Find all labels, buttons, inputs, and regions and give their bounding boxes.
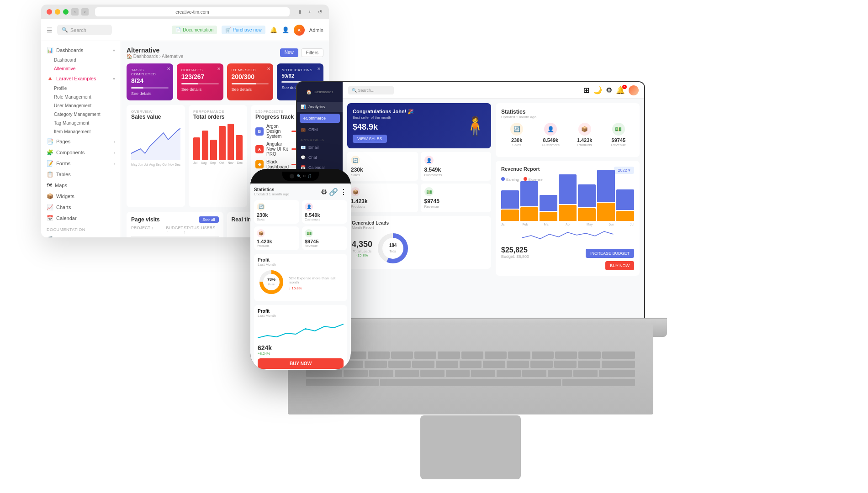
phone-more-icon[interactable]: ⋮ [340,188,347,196]
getting-started-icon: 🎵 [47,236,53,237]
sidebar-item-widgets[interactable]: 📦 Widgets [41,191,121,202]
items-link[interactable]: See details [232,87,269,92]
laptop-settings-icon[interactable]: ⚙ [606,86,612,94]
laptop-sidebar-chat[interactable]: 💬 Chat [297,152,343,163]
maximize-dot[interactable] [63,9,69,15]
year-select[interactable]: 2022 ▾ [614,167,634,174]
sidebar-item-tag[interactable]: Tag Management [41,119,121,127]
sidebar-section-laravel[interactable]: 🔺 Laravel Examples ▾ [41,73,121,84]
col-project: Project ↑ [131,226,166,235]
increase-budget-button[interactable]: INCREASE BUDGET [586,249,634,258]
phone-header-icons: ⚙ 🔗 ⋮ [321,188,347,196]
sidebar-item-item[interactable]: Item Management [41,127,121,136]
contacts-link[interactable]: See details [181,87,219,92]
phone-share-icon[interactable]: 🔗 [329,188,338,196]
settings-icon[interactable]: 👤 [282,26,289,33]
sidebar-item-pages[interactable]: 📑 Pages › [41,136,121,147]
laptop-app-header: 🔍 Search... ⊞ 🌙 ⚙ 🔔5 [343,82,644,99]
sidebar-item-user[interactable]: User Management [41,101,121,110]
donut-chart: 184 Total [377,232,409,264]
notif-value: 50/62 [281,73,319,79]
documentation-button[interactable]: 📄 Documentation [172,26,217,34]
laptop-notification-icon[interactable]: 🔔5 [616,86,625,94]
laptop-moon-icon[interactable]: 🌙 [593,86,602,94]
laptop-stats-grid: 🔄 230k Sales 👤 8.549k Customers 📦 [347,152,491,212]
phone-stat-products: 📦 1.423k Products [254,226,299,250]
logo-icon: 🏠 [306,89,312,94]
sidebar-item-role[interactable]: Role Management [41,93,121,101]
buy-now-button[interactable]: BUY NOW [605,261,634,270]
expand-icon: ▾ [113,48,115,53]
phone-buy-button[interactable]: BUY NOW [258,358,344,369]
forward-icon[interactable]: › [81,8,89,16]
phone-revenue-val: $9745 [305,239,344,244]
tasks-link[interactable]: See details [131,91,169,96]
sidebar-item-calendar[interactable]: 📅 Calendar [41,213,121,224]
sidebar-item-alternative[interactable]: Alternative [41,64,121,73]
col-budget: Budget ↑ [166,226,184,235]
breadcrumb: 🏠 Dashboards › Alternative [127,54,183,59]
phone-products-label: Products [257,244,296,247]
calendar-icon: 📅 [47,215,53,221]
stat-card-contacts: ✕ Contacts 123/267 See details [177,63,223,100]
notification-icon[interactable]: 🔔 [270,26,277,33]
revenue-stat-icon: 💵 [424,187,434,196]
laptop-search-box[interactable]: 🔍 Search... [348,86,394,94]
laptop-sidebar-analytics[interactable]: 📊 Analytics [297,102,343,112]
url-bar[interactable]: creative-tim.com [95,7,290,16]
laptop-trackpad[interactable] [420,415,521,479]
phone-donut-chart: 78% Profit [258,268,285,296]
sidebar-item-forms[interactable]: 📝 Forms › [41,158,121,169]
laptop-sidebar-ecommerce[interactable]: eCommerce [300,114,340,123]
phone-profit-sub: Last Month [258,262,276,267]
phone-profit-header: Profit Last Month [258,257,344,267]
col-status: Status ↑ [184,226,201,235]
box-products-icon: 📦 [578,123,591,136]
sidebar-item-category[interactable]: Category Management [41,110,121,119]
phone-settings-icon[interactable]: ⚙ [321,188,327,196]
laptop-grid-icon[interactable]: ⊞ [583,86,589,94]
laptop-sidebar-crm[interactable]: 💼 CRM [297,125,343,135]
add-tab-icon[interactable]: + [306,8,313,16]
filters-button[interactable]: Filters [301,48,323,57]
laptop-stat-box-customers: 👤 8.549k Customers [535,123,566,147]
refresh-icon[interactable]: ↺ [316,8,323,16]
page-title: Alternative [127,47,183,54]
purchase-button[interactable]: 🛒 Purchase now [222,26,265,34]
sidebar-item-dashboard[interactable]: Dashboard [41,56,121,64]
orders-label: Performance [193,110,243,114]
box-revenue-icon: 💵 [612,123,625,136]
laptop-statistics-sub: Updated 1 month ago [501,115,536,119]
back-icon[interactable]: ‹ [71,8,79,16]
sidebar-item-maps[interactable]: 🗺 Maps [41,180,121,191]
sidebar-dashboards-label: Dashboards [56,47,83,53]
phone-profit-change: +8.24% [258,351,344,356]
hamburger-icon[interactable]: ☰ [47,26,53,34]
laptop-main: 🔍 Search... ⊞ 🌙 ⚙ 🔔5 [343,82,644,320]
phone-products-icon: 📦 [257,229,265,237]
box-customers-icon: 👤 [544,123,557,136]
orders-title: Total orders [193,114,243,120]
laptop-view-sales-button[interactable]: VIEW SALES [353,135,387,143]
phone-stat-sales: 🔄 230k Sales [254,200,299,224]
close-dot[interactable] [47,9,52,15]
share-icon[interactable]: ⬆ [296,8,303,16]
maps-icon: 🗺 [47,182,52,189]
laptop-avatar[interactable] [629,85,639,95]
sidebar-section-dashboards[interactable]: 📊 Dashboards ▾ [41,45,121,56]
search-box[interactable]: 🔍 Search [57,25,112,35]
sidebar-item-profile[interactable]: Profile [41,84,121,93]
components-icon: 🧩 [47,149,53,156]
sidebar-item-tables[interactable]: 📋 Tables [41,169,121,180]
laptop-sidebar-email[interactable]: 📧 Email [297,142,343,152]
see-all-button[interactable]: See all [199,216,219,223]
avatar[interactable]: A [294,25,305,36]
donut-label: Total Leads [352,249,372,253]
minimize-dot[interactable] [55,9,60,15]
phone-products-val: 1.423k [257,239,296,244]
sidebar-item-charts[interactable]: 📈 Charts [41,202,121,213]
new-button[interactable]: New [280,48,298,57]
sidebar-item-components[interactable]: 🧩 Components › [41,147,121,158]
phone-content: Statistics Updated 1 month ago ⚙ 🔗 ⋮ 🔄 2… [250,184,351,370]
sidebar-item-getting-started[interactable]: 🎵 Getting started [41,234,121,237]
